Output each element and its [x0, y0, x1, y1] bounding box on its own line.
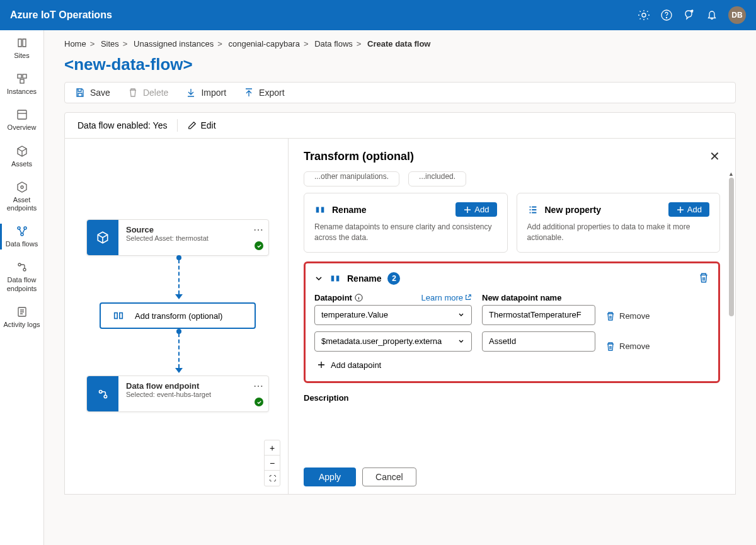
- svg-point-17: [104, 395, 106, 398]
- remove-row-0[interactable]: Remove: [605, 311, 650, 321]
- svg-rect-5: [20, 79, 24, 83]
- add-datapoint-button[interactable]: Add datapoint: [314, 358, 709, 372]
- import-button[interactable]: Import: [186, 88, 226, 98]
- sidebar-item-asset-endpoints[interactable]: Asset endpoints: [0, 175, 43, 219]
- book-icon: [16, 37, 28, 49]
- breadcrumb-home[interactable]: Home: [64, 39, 86, 49]
- close-icon[interactable]: ✕: [709, 149, 720, 164]
- breadcrumb-sites[interactable]: Sites: [101, 39, 119, 49]
- svg-point-7: [21, 186, 23, 188]
- node-menu-icon[interactable]: ⋯: [253, 380, 263, 392]
- svg-point-11: [18, 263, 21, 266]
- graph-canvas[interactable]: Source Selected Asset: thermostat ⋯ Add …: [65, 139, 289, 494]
- breadcrumb: Home> Sites> Unassigned instances> conge…: [44, 30, 756, 54]
- save-button[interactable]: Save: [75, 88, 110, 98]
- nav-sidebar: Sites Instances Overview Assets Asset en…: [0, 30, 44, 545]
- svg-rect-19: [321, 207, 324, 212]
- trash-icon: [698, 272, 709, 284]
- scroll-up-icon[interactable]: ▲: [728, 171, 734, 177]
- learn-more-link[interactable]: Learn more: [421, 293, 472, 302]
- source-node[interactable]: Source Selected Asset: thermostat ⋯: [86, 219, 269, 256]
- plus-icon: [317, 360, 326, 369]
- page-title: <new-data-flow>: [44, 54, 756, 82]
- svg-point-16: [100, 391, 102, 393]
- trash-icon: [605, 341, 616, 352]
- svg-rect-3: [18, 74, 21, 78]
- count-badge: 2: [387, 272, 400, 285]
- trash-icon: [605, 311, 616, 321]
- svg-rect-20: [331, 276, 335, 282]
- dataflows-icon: [16, 225, 28, 238]
- zoom-fit-button[interactable]: ⛶: [265, 471, 280, 486]
- notifications-icon[interactable]: [706, 9, 718, 21]
- overview-icon: [16, 108, 28, 121]
- sidebar-item-data-flows[interactable]: Data flows: [0, 219, 43, 255]
- sidebar-item-df-endpoints[interactable]: Data flow endpoints: [0, 255, 43, 299]
- check-icon: [255, 241, 263, 250]
- add-rename-button[interactable]: Add: [455, 202, 496, 217]
- endpoint-node[interactable]: Data flow endpoint Selected: event-hubs-…: [86, 376, 269, 412]
- svg-point-12: [23, 268, 26, 271]
- chevron-down-icon: [457, 311, 465, 319]
- feedback-icon[interactable]: [683, 9, 696, 21]
- zoom-out-button[interactable]: −: [265, 456, 280, 471]
- transform-panel: Transform (optional) ✕ ...other manipula…: [289, 139, 735, 494]
- datapoint-select-0[interactable]: temperature.Value: [314, 305, 472, 325]
- newname-input-1[interactable]: [482, 331, 595, 352]
- cancel-button[interactable]: Cancel: [362, 468, 416, 486]
- sidebar-item-activity-logs[interactable]: Activity logs: [0, 299, 43, 335]
- export-button[interactable]: Export: [244, 88, 284, 98]
- help-icon[interactable]: [660, 9, 673, 21]
- remove-row-1[interactable]: Remove: [605, 341, 650, 352]
- zoom-in-button[interactable]: +: [265, 440, 280, 456]
- newname-label: New datapoint name: [482, 293, 595, 302]
- plus-icon: [463, 205, 472, 214]
- sidebar-item-assets[interactable]: Assets: [0, 139, 43, 175]
- endpoint-icon: [87, 376, 118, 411]
- breadcrumb-unassigned[interactable]: Unassigned instances: [134, 39, 214, 49]
- chevron-down-icon: [314, 274, 323, 283]
- datapoint-select-1[interactable]: $metadata.user_property.externa: [314, 331, 472, 352]
- breadcrumb-current: Create data flow: [367, 39, 430, 49]
- activity-icon: [16, 306, 28, 318]
- rename-section-highlight: Rename 2 Datapoint: [304, 261, 720, 383]
- zoom-controls: + − ⛶: [264, 440, 280, 486]
- delete-section-button[interactable]: [698, 272, 709, 285]
- rename-section-header[interactable]: Rename 2: [314, 272, 709, 285]
- svg-rect-14: [115, 313, 118, 319]
- user-avatar[interactable]: DB: [728, 6, 746, 24]
- panel-body[interactable]: ...other manipulations. ...included. Ren…: [289, 171, 735, 460]
- add-transform-node[interactable]: Add transform (optional): [100, 302, 256, 329]
- app-header: Azure IoT Operations DB: [0, 0, 756, 30]
- settings-icon[interactable]: [638, 9, 650, 21]
- truncated-card-right: ...included.: [408, 171, 466, 186]
- delete-icon: [128, 88, 138, 98]
- svg-point-9: [24, 227, 26, 229]
- rename-icon: [329, 273, 341, 284]
- node-menu-icon[interactable]: ⋯: [253, 224, 263, 236]
- edit-button[interactable]: Edit: [188, 120, 215, 130]
- svg-rect-21: [336, 276, 340, 282]
- transform-icon: [110, 310, 127, 321]
- df-endpoints-icon: [16, 261, 28, 273]
- content-area: Source Selected Asset: thermostat ⋯ Add …: [64, 139, 736, 495]
- svg-point-0: [642, 13, 646, 17]
- newname-input-0[interactable]: [482, 305, 595, 325]
- breadcrumb-dataflows[interactable]: Data flows: [314, 39, 353, 49]
- cube-icon: [87, 220, 118, 255]
- external-link-icon: [464, 294, 472, 301]
- breadcrumb-instance[interactable]: congenial-capybara: [228, 39, 299, 49]
- info-icon[interactable]: [355, 294, 363, 302]
- svg-rect-4: [23, 74, 26, 78]
- sidebar-item-sites[interactable]: Sites: [0, 30, 43, 66]
- svg-rect-6: [18, 110, 26, 119]
- scrollbar-thumb[interactable]: [729, 178, 734, 316]
- description-label: Description: [304, 393, 720, 403]
- toolbar: Save Delete Import Export: [64, 82, 736, 103]
- sidebar-item-instances[interactable]: Instances: [0, 66, 43, 102]
- import-icon: [186, 88, 196, 98]
- apply-button[interactable]: Apply: [304, 468, 356, 486]
- sidebar-item-overview[interactable]: Overview: [0, 102, 43, 138]
- plus-icon: [676, 205, 685, 214]
- add-property-button[interactable]: Add: [668, 202, 709, 217]
